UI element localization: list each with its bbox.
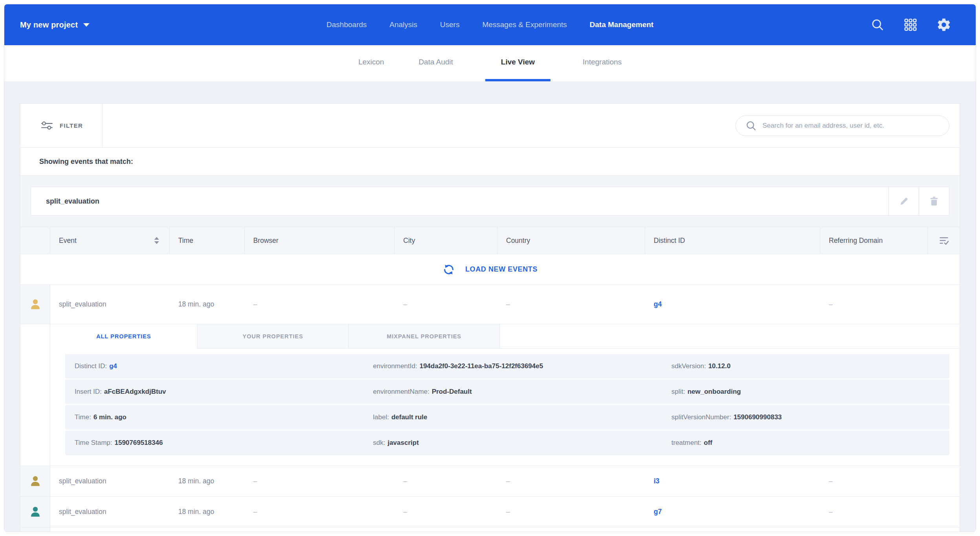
delete-filter-button[interactable]: [919, 187, 949, 216]
property-row: Insert ID:aFcBEAdgxkdjBtuv environmentNa…: [65, 380, 949, 404]
properties-gutter: [20, 324, 50, 466]
event-row[interactable]: split_evaluation 18 min. ago – – – g4 –: [20, 285, 960, 324]
cell-city: –: [395, 497, 497, 527]
nav-dashboards[interactable]: Dashboards: [327, 20, 367, 29]
column-settings-icon: [938, 235, 949, 246]
content-area: FILTER Showing events that match: split_…: [4, 81, 976, 532]
cell-distinct-id: g7: [645, 497, 820, 527]
tab-integrations[interactable]: Integrations: [580, 45, 624, 81]
showing-events-row: Showing events that match:: [20, 148, 960, 175]
property-row: Time Stamp:1590769518346 sdk:javascript …: [65, 431, 949, 455]
header-country[interactable]: Country: [497, 227, 645, 254]
load-new-events-button[interactable]: LOAD NEW EVENTS: [20, 254, 960, 285]
header-distinct-id[interactable]: Distinct ID: [645, 227, 820, 254]
event-filter-value: split_evaluation: [46, 197, 99, 206]
edit-filter-button[interactable]: [889, 187, 919, 216]
event-row-partial: [20, 527, 960, 532]
cell-time: 18 min. ago: [170, 497, 245, 527]
header-city[interactable]: City: [395, 227, 497, 254]
cell-browser: –: [245, 466, 395, 496]
gear-icon[interactable]: [936, 17, 951, 32]
row-gutter: [20, 285, 50, 324]
cell-event: split_evaluation: [50, 497, 170, 527]
row-gutter: [20, 497, 50, 527]
cell-city: –: [395, 285, 497, 324]
header-time[interactable]: Time: [170, 227, 245, 254]
cell-country: –: [497, 497, 645, 527]
cell-browser: –: [245, 497, 395, 527]
cell-country: –: [497, 285, 645, 324]
distinct-id-link[interactable]: i3: [654, 477, 660, 485]
header-browser[interactable]: Browser: [245, 227, 395, 254]
nav-messages-experiments[interactable]: Messages & Experiments: [482, 20, 567, 29]
events-table-header: Event Time Browser City Country Distinct…: [20, 227, 960, 254]
screenshot: My new project Dashboards Analysis Users…: [0, 0, 980, 536]
distinct-id-link[interactable]: g4: [109, 362, 117, 370]
trash-icon: [928, 195, 940, 207]
pencil-icon: [898, 195, 910, 207]
search-input[interactable]: [762, 122, 940, 130]
tab-live-view[interactable]: Live View: [485, 45, 550, 81]
load-new-events-label: LOAD NEW EVENTS: [465, 265, 538, 274]
tab-mixpanel-properties[interactable]: MIXPANEL PROPERTIES: [349, 324, 500, 349]
event-row[interactable]: split_evaluation 18 min. ago – – – g7 –: [20, 497, 960, 527]
header-referring-domain[interactable]: Referring Domain: [820, 227, 928, 254]
person-icon: [28, 474, 42, 488]
search-icon[interactable]: [870, 18, 885, 32]
distinct-id-link[interactable]: g4: [654, 300, 662, 308]
nav-users[interactable]: Users: [440, 20, 460, 29]
project-name: My new project: [20, 20, 78, 29]
apps-grid-icon[interactable]: [903, 18, 918, 32]
tab-your-properties[interactable]: YOUR PROPERTIES: [197, 324, 349, 349]
app-window: My new project Dashboards Analysis Users…: [4, 4, 976, 532]
cell-distinct-id: i3: [645, 466, 820, 496]
nav-data-management[interactable]: Data Management: [590, 20, 654, 29]
column-settings-button[interactable]: [928, 227, 960, 254]
properties-tabs: ALL PROPERTIES YOUR PROPERTIES MIXPANEL …: [50, 324, 960, 349]
event-properties-panel: ALL PROPERTIES YOUR PROPERTIES MIXPANEL …: [20, 324, 960, 466]
cell-event: split_evaluation: [50, 466, 170, 496]
refresh-icon: [442, 263, 455, 276]
filter-button-label: FILTER: [60, 122, 83, 129]
project-selector[interactable]: My new project: [20, 20, 90, 29]
sort-icon[interactable]: [154, 237, 159, 244]
header-gutter: [20, 227, 50, 254]
showing-events-label: Showing events that match:: [39, 158, 133, 166]
cell-city: –: [395, 466, 497, 496]
cell-referring-domain: –: [820, 497, 928, 527]
tab-lexicon[interactable]: Lexicon: [356, 45, 387, 81]
search-field[interactable]: [735, 116, 949, 136]
live-view-panel: FILTER Showing events that match: split_…: [20, 103, 960, 532]
property-row: Distinct ID:g4 environmentId:194da2f0-3e…: [65, 354, 949, 378]
data-management-tabs: Lexicon Data Audit Live View Integration…: [4, 45, 976, 81]
search-icon: [745, 120, 757, 132]
tab-all-properties[interactable]: ALL PROPERTIES: [50, 324, 197, 349]
top-navigation-bar: My new project Dashboards Analysis Users…: [4, 4, 976, 45]
header-event[interactable]: Event: [50, 227, 170, 254]
filter-button[interactable]: FILTER: [20, 104, 103, 147]
cell-distinct-id: g4: [645, 285, 820, 324]
distinct-id-link[interactable]: g7: [654, 508, 662, 516]
cell-referring-domain: –: [820, 285, 928, 324]
nav-analysis[interactable]: Analysis: [389, 20, 417, 29]
caret-down-icon: [83, 23, 90, 27]
cell-browser: –: [245, 285, 395, 324]
cell-time: 18 min. ago: [170, 285, 245, 324]
event-filter-strip: split_evaluation: [20, 175, 960, 227]
cell-country: –: [497, 466, 645, 496]
event-filter-chip[interactable]: split_evaluation: [31, 187, 889, 216]
tab-data-audit[interactable]: Data Audit: [416, 45, 455, 81]
filter-toolbar: FILTER: [20, 104, 960, 148]
properties-grid: Distinct ID:g4 environmentId:194da2f0-3e…: [50, 354, 960, 455]
row-gutter: [20, 466, 50, 496]
cell-referring-domain: –: [820, 466, 928, 496]
properties-main: ALL PROPERTIES YOUR PROPERTIES MIXPANEL …: [50, 324, 960, 466]
filter-icon: [41, 121, 53, 131]
topbar-icon-group: [870, 4, 951, 45]
cell-time: 18 min. ago: [170, 466, 245, 496]
property-row: Time:6 min. ago label:default rule split…: [65, 405, 949, 430]
event-row[interactable]: split_evaluation 18 min. ago – – – i3 –: [20, 466, 960, 497]
person-icon: [28, 505, 42, 519]
properties-tabs-filler: [500, 324, 960, 349]
cell-event: split_evaluation: [50, 285, 170, 324]
